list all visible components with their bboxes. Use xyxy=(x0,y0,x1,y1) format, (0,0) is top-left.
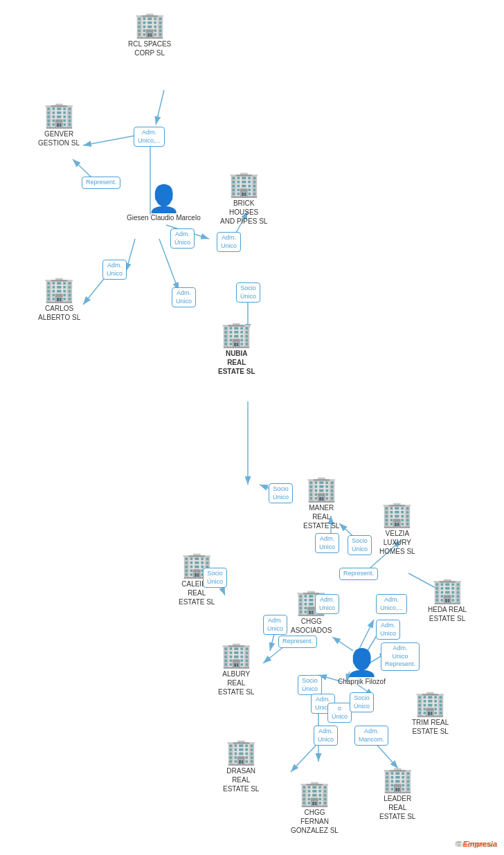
node-chgg-fernan: 🏢 CHGG FERNAN GONZALEZ SL xyxy=(291,781,339,835)
node-giesen: 👤 Giesen Claudio Marcelo xyxy=(127,186,201,222)
badge-adm-mancom: Adm.Mancom. xyxy=(354,726,388,746)
badge-adm-unico-nubia: Adm.Unico xyxy=(172,287,196,307)
genver-label: GENVER GESTION SL xyxy=(38,129,80,147)
giesen-person-icon: 👤 xyxy=(147,186,180,212)
badge-socio-unico-chapnik: SocioÚnico xyxy=(298,675,322,695)
chgg-label: CHGG ASOCIADOS xyxy=(291,617,332,635)
node-albury: 🏢 ALBURY REAL ESTATE SL xyxy=(218,642,254,696)
maner-icon: 🏢 xyxy=(306,476,337,501)
maner-label: MANER REAL ESTATE SL xyxy=(303,503,339,530)
node-drasan: 🏢 DRASAN REAL ESTATE SL xyxy=(223,739,259,793)
svg-line-7 xyxy=(126,239,135,271)
badge-adm-unico-chgg: Adm.Unico xyxy=(263,615,287,635)
badge-socio-unico-nubia: SocioÚnico xyxy=(236,282,260,303)
rcl-icon: 🏢 xyxy=(134,12,165,37)
chgg-fernan-icon: 🏢 xyxy=(299,781,330,806)
badge-represent-velzia: Represent. xyxy=(339,568,378,580)
chgg-fernan-label: CHGG FERNAN GONZALEZ SL xyxy=(291,808,339,835)
giesen-label: Giesen Claudio Marcelo xyxy=(127,213,201,222)
leader-icon: 🏢 xyxy=(382,767,413,792)
badge-adm-unico-brick: Adm.Unico xyxy=(217,232,241,252)
heda-icon: 🏢 xyxy=(432,578,463,603)
badge-adm-unico-heda: Adm.Unico,... xyxy=(376,594,407,614)
albury-label: ALBURY REAL ESTATE SL xyxy=(218,669,254,696)
brick-label: BRICK HOUSES AND PIPES SL xyxy=(220,199,267,226)
badge-socio-unico-maner3: SocioÚnico xyxy=(348,535,372,555)
node-maner: 🏢 MANER REAL ESTATE SL xyxy=(303,476,339,530)
badge-adm-unico-fernan: Adm.Unico xyxy=(314,726,338,746)
drasan-label: DRASAN REAL ESTATE SL xyxy=(223,766,259,793)
node-leader: 🏢 LEADER REAL ESTATE SL xyxy=(379,767,415,821)
node-rcl: 🏢 RCL SPACES CORP SL xyxy=(128,12,171,57)
leader-label: LEADER REAL ESTATE SL xyxy=(379,794,415,821)
badge-adm-unico-chgg2: Adm.Unico xyxy=(315,594,339,614)
albury-icon: 🏢 xyxy=(221,642,252,667)
chapnik-person-icon: 👤 xyxy=(345,649,378,676)
badge-adm-unico-heda2: Adm.Unico xyxy=(376,620,400,640)
diagram-container: 🏢 RCL SPACES CORP SL 🏢 GENVER GESTION SL… xyxy=(0,0,504,855)
node-chapnik: 👤 Chapnik Filozof xyxy=(338,649,386,686)
drasan-icon: 🏢 xyxy=(226,739,257,764)
badge-adm-unico-rcl: Adm.Unico,... xyxy=(134,127,165,147)
heda-label: HEDA REAL ESTATE SL xyxy=(428,605,467,623)
trim-label: TRIM REAL ESTATE SL xyxy=(412,718,449,736)
node-trim: 🏢 TRIM REAL ESTATE SL xyxy=(412,691,449,736)
badge-adm-unico-carlos: Adm.Unico xyxy=(102,260,127,280)
carlos-icon: 🏢 xyxy=(44,277,75,302)
svg-line-1 xyxy=(156,90,164,125)
node-nubia: 🏢 NUBIA REAL ESTATE SL xyxy=(218,322,255,376)
trim-icon: 🏢 xyxy=(415,691,446,716)
node-carlos: 🏢 CARLOS ALBERTO SL xyxy=(38,277,80,322)
svg-line-2 xyxy=(83,135,138,145)
velzia-label: VELZIA LUXURY HOMES SL xyxy=(379,529,415,556)
badge-represent-genver: Represent. xyxy=(82,177,120,189)
carlos-label: CARLOS ALBERTO SL xyxy=(38,304,80,322)
node-genver: 🏢 GENVER GESTION SL xyxy=(38,102,80,147)
nubia-icon: 🏢 xyxy=(221,322,252,347)
node-brick: 🏢 BRICK HOUSES AND PIPES SL xyxy=(220,172,267,226)
rcl-label: RCL SPACES CORP SL xyxy=(128,39,171,57)
badge-socio-unico-trim: SocioÚnico xyxy=(350,692,374,712)
badge-o-unico: oÚnico xyxy=(327,703,352,723)
badge-represent-albury: Represent. xyxy=(278,636,317,648)
copyright-text: © Empresia xyxy=(455,840,497,848)
badge-socio-unico-maner: SocioÚnico xyxy=(269,483,293,503)
badge-socio-unico-caleido: SocioÚnico xyxy=(203,568,227,588)
genver-icon: 🏢 xyxy=(44,102,75,127)
nubia-label: NUBIA REAL ESTATE SL xyxy=(218,349,255,376)
brick-icon: 🏢 xyxy=(228,172,260,197)
node-heda: 🏢 HEDA REAL ESTATE SL xyxy=(428,578,467,623)
velzia-icon: 🏢 xyxy=(381,502,413,527)
badge-adm-unico-represent: Adm.UnicoRepresent. xyxy=(381,642,420,671)
chapnik-label: Chapnik Filozof xyxy=(338,677,386,686)
node-velzia: 🏢 VELZIA LUXURY HOMES SL xyxy=(379,502,415,556)
badge-adm-unico-maner2: Adm.Unico xyxy=(315,533,339,553)
badge-adm-unico-giesen1: Adm.Único xyxy=(170,228,195,249)
